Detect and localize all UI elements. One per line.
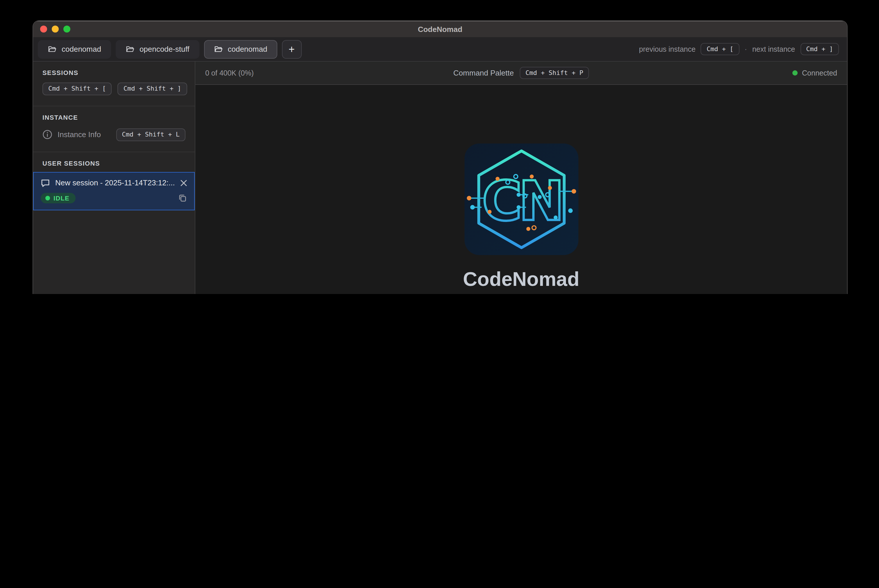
previous-instance-label: previous instance — [639, 45, 696, 53]
session-item-selected[interactable]: New session - 2025-11-14T23:12:... IDLE — [33, 172, 195, 210]
context-usage-indicator: 0 of 400K (0%) — [205, 69, 395, 77]
close-session-button[interactable] — [180, 179, 187, 186]
status-badge: IDLE — [41, 193, 76, 203]
minimize-window-button[interactable] — [52, 26, 59, 33]
main-topbar: 0 of 400K (0%) Command Palette Cmd + Shi… — [195, 62, 847, 85]
copy-icon — [178, 193, 187, 202]
idle-dot-icon — [45, 195, 50, 200]
previous-instance-kbd: Cmd + [ — [701, 43, 739, 56]
command-palette-kbd: Cmd + Shift + P — [520, 66, 589, 79]
welcome-screen: CN — [195, 85, 847, 294]
info-icon — [42, 130, 52, 140]
folder-icon — [48, 45, 56, 53]
session-title: New session - 2025-11-14T23:12:... — [55, 178, 175, 187]
chat-bubble-icon — [41, 178, 50, 188]
instance-switcher: previous instance Cmd + [ · next instanc… — [639, 43, 839, 56]
sessions-shortcuts: Cmd + Shift + [ Cmd + Shift + ] — [42, 82, 185, 95]
app-window: CodeNomad codenomad opencode-stuff cod — [33, 21, 847, 294]
user-sessions-header: USER SESSIONS — [33, 159, 195, 166]
separator-dot: · — [745, 45, 747, 53]
connected-label: Connected — [802, 69, 837, 77]
instance-info-label: Instance Info — [57, 130, 111, 139]
close-icon — [180, 179, 187, 186]
welcome-app-name: CodeNomad — [463, 268, 579, 291]
copy-session-button[interactable] — [178, 193, 187, 202]
fullscreen-window-button[interactable] — [63, 26, 71, 33]
connected-dot-icon — [792, 70, 797, 75]
next-instance-kbd: Cmd + ] — [800, 43, 839, 56]
titlebar: CodeNomad — [33, 21, 847, 37]
tab-codenomad-2-active[interactable]: codenomad — [204, 40, 277, 58]
tab-label: codenomad — [62, 45, 101, 54]
traffic-lights — [40, 21, 71, 37]
next-session-kbd: Cmd + Shift + ] — [118, 82, 187, 95]
folder-icon — [213, 45, 222, 53]
connection-status: Connected — [648, 69, 837, 77]
next-instance-label: next instance — [752, 45, 795, 53]
instance-info-kbd: Cmd + Shift + L — [116, 128, 185, 141]
instance-header: INSTANCE — [42, 114, 185, 121]
sidebar: SESSIONS Cmd + Shift + [ Cmd + Shift + ]… — [33, 62, 195, 294]
content-row: SESSIONS Cmd + Shift + [ Cmd + Shift + ]… — [33, 62, 847, 294]
tab-codenomad-1[interactable]: codenomad — [38, 40, 111, 58]
command-palette-hint[interactable]: Command Palette Cmd + Shift + P — [395, 66, 648, 79]
screen: CodeNomad codenomad opencode-stuff cod — [0, 0, 879, 294]
tab-opencode-stuff[interactable]: opencode-stuff — [116, 40, 200, 58]
sessions-section: SESSIONS Cmd + Shift + [ Cmd + Shift + ] — [33, 62, 195, 106]
sidebar-spacer — [33, 210, 195, 294]
user-sessions-section: USER SESSIONS New session - 2025-11-14T2… — [33, 152, 195, 210]
tab-bar: codenomad opencode-stuff codenomad + pre… — [33, 37, 847, 62]
tab-label: codenomad — [228, 45, 267, 54]
main-panel: 0 of 400K (0%) Command Palette Cmd + Shi… — [195, 62, 847, 294]
tab-label: opencode-stuff — [140, 45, 189, 54]
codenomad-logo: CN — [464, 144, 578, 255]
folder-icon — [126, 45, 134, 53]
window-title: CodeNomad — [418, 25, 462, 33]
prev-session-kbd: Cmd + Shift + [ — [42, 82, 112, 95]
svg-text:CN: CN — [482, 169, 561, 233]
new-tab-button[interactable]: + — [282, 40, 301, 58]
instance-info-row[interactable]: Instance Info Cmd + Shift + L — [42, 128, 185, 141]
close-window-button[interactable] — [40, 26, 47, 33]
status-label: IDLE — [54, 194, 69, 201]
sessions-header: SESSIONS — [42, 69, 185, 76]
command-palette-label: Command Palette — [454, 69, 514, 77]
instance-section: INSTANCE Instance Info Cmd + Shift + L — [33, 106, 195, 152]
